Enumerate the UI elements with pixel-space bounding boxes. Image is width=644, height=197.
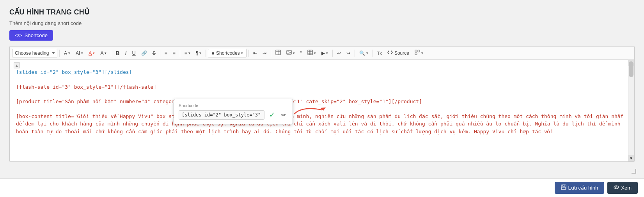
sep7 — [271, 50, 271, 57]
underline-btn[interactable]: U — [130, 48, 138, 57]
search-icon: 🔍 — [359, 50, 365, 56]
page-title: CẤU HÌNH TRANG CHỦ — [9, 8, 635, 16]
quote-btn[interactable]: “ — [298, 49, 304, 57]
image-btn[interactable] — [284, 48, 297, 58]
code-line-1: [slides id="2" box_style="3"][/slides] — [16, 68, 628, 76]
editor-content[interactable]: ▲ [slides id="2" box_style="3"][/slides]… — [10, 60, 634, 161]
redo-btn[interactable]: ↪ — [344, 49, 353, 57]
font-color-btn[interactable]: A — [86, 49, 97, 57]
indent-increase-btn[interactable]: ⇥ — [260, 49, 269, 57]
table-btn[interactable] — [305, 48, 318, 58]
font-size-btn[interactable]: AI — [73, 49, 85, 57]
toolbar-font-family-group: A — [62, 49, 73, 57]
more-options-btn[interactable] — [412, 48, 426, 58]
sep4 — [180, 50, 180, 57]
source-icon — [387, 50, 393, 56]
sep10 — [373, 50, 373, 57]
more-icon — [415, 50, 420, 56]
quote-icon: “ — [300, 50, 302, 56]
toolbar-font-size-group: AI — [73, 49, 85, 57]
font-family-label: A — [64, 50, 67, 56]
shortcode-popup-label: Shortcode — [179, 103, 288, 108]
paragraph-icon: ¶ — [196, 50, 198, 56]
svg-point-17 — [614, 186, 619, 189]
shortcode-popup-input[interactable] — [179, 110, 264, 120]
clear-format-btn[interactable]: Tx — [375, 49, 384, 57]
search-replace-btn[interactable]: 🔍 — [357, 49, 371, 57]
save-label: Lưu cấu hình — [568, 185, 598, 191]
svg-rect-5 — [308, 50, 312, 55]
scrollbar: ▲ ▼ — [628, 60, 634, 161]
indent-decrease-btn[interactable]: ⇤ — [251, 49, 259, 57]
underline-label: U — [132, 50, 135, 56]
sep2 — [111, 50, 111, 57]
save-icon — [561, 184, 566, 191]
editor-wrapper: ▲ [slides id="2" box_style="3"][/slides]… — [10, 60, 634, 161]
bold-label: B — [115, 50, 119, 56]
font-format-btn[interactable]: A — [98, 49, 109, 57]
unordered-list-btn[interactable]: ≡ — [162, 49, 170, 57]
view-button[interactable]: Xem — [607, 182, 638, 194]
ordered-list-icon: ≡ — [173, 50, 176, 56]
table2-icon — [307, 50, 313, 56]
source-btn[interactable]: Source — [385, 48, 412, 58]
image-icon — [286, 50, 292, 56]
indent-increase-icon: ⇥ — [263, 50, 266, 56]
sep1 — [59, 50, 60, 57]
undo-btn[interactable]: ↩ — [335, 49, 343, 57]
indent-decrease-icon: ⇤ — [253, 50, 257, 56]
check-icon: ✓ — [269, 111, 275, 119]
code-line-4: [box-content title="Giới thiệu về Happy … — [16, 113, 628, 136]
svg-rect-11 — [418, 50, 420, 52]
strikethrough-label: S — [153, 50, 156, 56]
font-color-label: A — [89, 50, 92, 56]
toolbar-heading-group: Choose heading Heading 1 Heading 2 Headi… — [12, 49, 57, 57]
link-icon: 🔗 — [141, 50, 147, 56]
popup-edit-btn[interactable]: ✏ — [280, 111, 288, 119]
align-btn[interactable]: ≡ — [182, 49, 193, 57]
table-icon — [275, 50, 281, 56]
heading-select[interactable]: Choose heading Heading 1 Heading 2 Headi… — [12, 49, 57, 57]
bold-btn[interactable]: B — [113, 48, 122, 58]
svg-rect-16 — [562, 187, 566, 189]
sep8 — [332, 50, 333, 57]
media-icon: ▶ — [321, 50, 325, 56]
redo-icon: ↪ — [346, 50, 350, 56]
sep6 — [248, 50, 249, 57]
font-family-btn[interactable]: A — [62, 49, 73, 57]
sep3 — [160, 50, 160, 57]
view-icon — [614, 184, 619, 191]
edit-icon: ✏ — [281, 111, 286, 118]
view-label: Xem — [621, 185, 632, 191]
scroll-top-indicator: ▲ — [14, 62, 20, 68]
editor-container: Choose heading Heading 1 Heading 2 Headi… — [9, 46, 635, 162]
source-label: Source — [394, 50, 409, 56]
link-btn[interactable]: 🔗 — [139, 49, 149, 57]
align-icon: ≡ — [185, 50, 187, 56]
font-format-label: A — [100, 50, 103, 56]
toolbar-font-format-group: A — [98, 49, 109, 57]
unordered-list-icon: ≡ — [165, 50, 167, 56]
svg-point-18 — [616, 186, 617, 188]
paragraph-btn[interactable]: ¶ — [193, 49, 204, 57]
undo-icon: ↩ — [337, 50, 341, 56]
popup-confirm-btn[interactable]: ✓ — [268, 110, 277, 120]
shortcode-popup-row: ✓ ✏ — [179, 110, 288, 120]
toolbar-font-color-group: A — [86, 49, 97, 57]
sep5 — [206, 50, 206, 57]
shortcodes-dropdown-btn[interactable]: ■ Shortcodes — [208, 49, 246, 57]
media-btn[interactable]: ▶ — [319, 49, 330, 57]
shortcode-button[interactable]: </> Shortcode — [9, 30, 53, 41]
ordered-list-btn[interactable]: ≡ — [170, 49, 178, 57]
scroll-down-btn[interactable]: ▼ — [628, 155, 634, 161]
bottom-bar: Lưu cấu hình Xem — [0, 178, 644, 197]
svg-rect-15 — [562, 185, 565, 186]
save-button[interactable]: Lưu cấu hình — [555, 182, 605, 194]
strikethrough-btn[interactable]: S — [150, 49, 158, 57]
scrollbar-thumb[interactable] — [629, 61, 633, 77]
table-icon-btn[interactable] — [273, 48, 283, 58]
code-line-3: [product title="Sản phẩm nổi bật" number… — [16, 98, 628, 106]
resize-handle[interactable] — [632, 169, 636, 174]
font-size-label: AI — [76, 50, 80, 56]
italic-btn[interactable]: I — [123, 48, 129, 58]
